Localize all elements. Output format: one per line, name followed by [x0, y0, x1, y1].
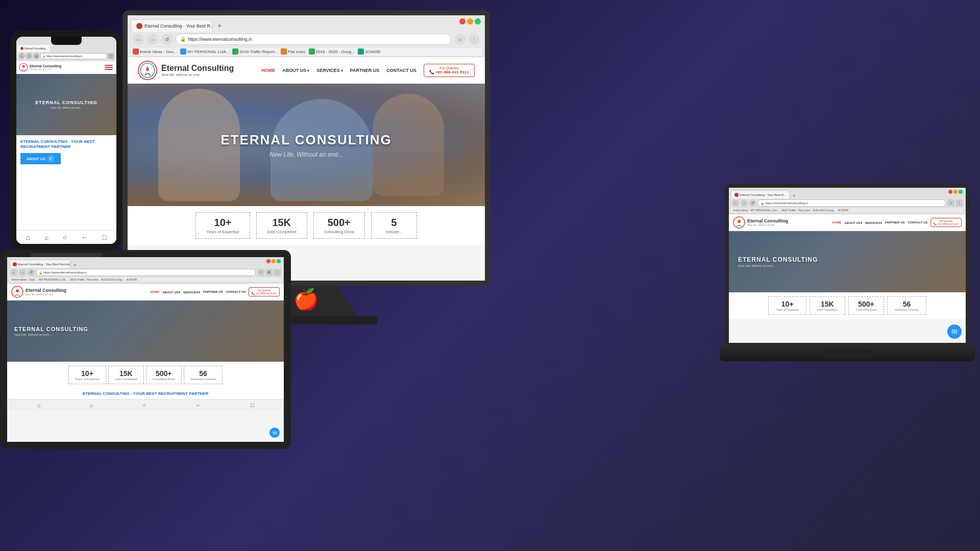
- laptop-max[interactable]: [959, 190, 963, 194]
- bookmark-btn[interactable]: ☆: [454, 34, 465, 45]
- phone-cta[interactable]: For Queries 📞 +91-988-411-5111: [424, 64, 475, 77]
- stat-consulting: 500+ Consulting Done: [313, 212, 365, 239]
- bookmark-4[interactable]: Flat icons: [281, 48, 305, 55]
- tablet-cta[interactable]: For Queries 📞 +91-988-411-5111: [249, 287, 280, 296]
- laptop-nav-services[interactable]: SERVICES▾: [865, 221, 882, 224]
- laptop-bm-4[interactable]: Flat icons: [798, 209, 811, 212]
- tablet-bm-1[interactable]: Article Ideas - Goo...: [11, 278, 37, 281]
- reload-btn[interactable]: ↺: [161, 34, 173, 45]
- tablet-search-icon[interactable]: ⌕: [90, 402, 93, 408]
- win-min-btn[interactable]: [467, 18, 473, 24]
- laptop-back[interactable]: ←: [732, 199, 739, 207]
- laptop-bm-2[interactable]: MY PERSONAL LOA...: [750, 209, 779, 212]
- nav-partner[interactable]: PARTNER US: [350, 68, 380, 73]
- bookmark-1[interactable]: Article Ideas - Goo...: [133, 48, 177, 55]
- tablet-nav-about[interactable]: ABOUT US▾: [162, 290, 180, 294]
- bookmark-5[interactable]: 2019 - 2020 - Goog...: [309, 48, 355, 55]
- tablet-back-icon[interactable]: ←: [195, 402, 201, 408]
- phone-menu-icon[interactable]: □: [103, 233, 107, 241]
- tablet-new-tab[interactable]: +: [71, 262, 79, 268]
- tablet-home-icon[interactable]: ⌂: [37, 402, 40, 408]
- laptop-reload[interactable]: ↺: [749, 199, 756, 207]
- tablet-ext[interactable]: ⊞: [265, 269, 273, 276]
- tablet-circle-btn[interactable]: ○: [143, 402, 146, 408]
- tablet-nav-contact[interactable]: CONTACT US: [226, 290, 246, 293]
- tablet-bm-4[interactable]: Flat icons: [87, 278, 99, 281]
- phone-about-btn[interactable]: ABOUT US ✓: [20, 153, 61, 164]
- laptop-win-controls[interactable]: [948, 190, 963, 194]
- laptop-nav-partner[interactable]: PARTNER US: [885, 221, 905, 224]
- tablet-back[interactable]: ←: [10, 269, 17, 276]
- tablet-tab[interactable]: Eternal Consulting - Your Best Recruitin…: [9, 260, 70, 268]
- laptop-min[interactable]: [953, 190, 958, 194]
- phone-search-icon[interactable]: ⌕: [44, 233, 48, 241]
- phone-back-icon[interactable]: ←: [81, 233, 88, 241]
- tablet-win-controls[interactable]: [266, 259, 281, 263]
- laptop-bm-5[interactable]: 2019-2020 Goog...: [812, 209, 836, 212]
- phone-back[interactable]: ←: [19, 53, 25, 59]
- phone-hamburger[interactable]: [104, 63, 114, 71]
- phone-menu-btn[interactable]: ⋮: [108, 53, 114, 59]
- laptop-chat-btn[interactable]: ✉: [947, 324, 962, 339]
- laptop-new-tab[interactable]: +: [791, 193, 798, 198]
- laptop-cta[interactable]: For Queries 📞 +91-988-411-5111: [930, 218, 962, 227]
- browser-nav: ← → ↺ 🔒 https://www.eternalconsulting.in…: [131, 32, 482, 47]
- phone-tab[interactable]: Eternal Consulting...: [18, 45, 50, 52]
- phone-hero-title: ETERNAL CONSULTING: [35, 100, 97, 105]
- laptop-nav-contact[interactable]: CONTACT US: [908, 221, 927, 224]
- win-close-btn[interactable]: [459, 18, 465, 24]
- phone-circle-btn[interactable]: ○: [63, 233, 67, 241]
- nav-about[interactable]: ABOUT US: [282, 68, 309, 73]
- tablet-max[interactable]: [277, 259, 281, 263]
- laptop-address[interactable]: 🔒 https://www.eternalconsulting.in: [758, 199, 946, 207]
- laptop-bm-6[interactable]: JCW205: [838, 209, 848, 212]
- phone-reload[interactable]: ↺: [33, 53, 39, 59]
- tablet-min[interactable]: [272, 259, 276, 263]
- address-bar[interactable]: 🔒 https://www.eternalconsulting.in: [176, 34, 451, 45]
- monitor-win-controls[interactable]: [459, 18, 481, 24]
- laptop-hero-title: ETERNAL CONSULTING: [738, 256, 818, 263]
- phone-fwd[interactable]: →: [26, 53, 32, 59]
- tablet-close[interactable]: [266, 259, 271, 263]
- tablet-menu-icon[interactable]: □: [251, 402, 254, 408]
- nav-services[interactable]: SERVICES: [316, 68, 342, 73]
- extensions-btn[interactable]: ⋮: [469, 34, 480, 45]
- laptop-tab[interactable]: Eternal Consulting - Your Best R...: [731, 190, 790, 198]
- laptop-menu[interactable]: ⋮: [955, 199, 963, 207]
- tablet-nav-partner[interactable]: PARTNER US: [203, 290, 223, 293]
- forward-btn[interactable]: →: [147, 34, 158, 45]
- bookmark-2[interactable]: MY PERSONAL LOA...: [180, 48, 229, 55]
- tablet-bm-3[interactable]: 2019-Traffic: [70, 278, 85, 281]
- laptop-star[interactable]: ☆: [947, 199, 954, 207]
- tablet-bm-5[interactable]: 2019-2020 Goog...: [101, 278, 124, 281]
- tablet-nav-services[interactable]: SERVICES▾: [183, 290, 200, 294]
- bookmark-3[interactable]: 2019-Traffic Report...: [232, 48, 278, 55]
- back-btn[interactable]: ←: [133, 34, 144, 45]
- laptop-bm-3[interactable]: 2019-Traffic: [781, 209, 796, 212]
- laptop-stat-num-3: 500+: [858, 300, 874, 308]
- tablet-stat-2: 15K Jobs Completed: [108, 366, 143, 384]
- phone-home-icon[interactable]: ⌂: [26, 233, 30, 241]
- tablet-nav-home[interactable]: HOME: [150, 290, 159, 293]
- bookmark-6[interactable]: JCW205: [358, 48, 381, 55]
- new-tab-btn[interactable]: +: [213, 19, 226, 32]
- tablet-fwd[interactable]: →: [19, 269, 26, 276]
- laptop-bm-1[interactable]: Article Ideas: [733, 209, 748, 212]
- laptop-nav-home[interactable]: HOME: [832, 221, 841, 224]
- laptop-fwd[interactable]: →: [741, 199, 748, 207]
- tablet-reload[interactable]: ↺: [28, 269, 35, 276]
- tablet-chat-btn[interactable]: ✉: [270, 428, 280, 438]
- nav-contact[interactable]: CONTACT US: [386, 68, 416, 73]
- tablet-star[interactable]: ☆: [257, 269, 264, 276]
- tablet-menu[interactable]: ⋮: [274, 269, 281, 276]
- nav-home[interactable]: HOME: [261, 68, 275, 73]
- tablet-bottom-bar[interactable]: ⌂ ⌕ ○ ← □: [7, 399, 284, 410]
- win-max-btn[interactable]: [475, 18, 481, 24]
- tablet-address[interactable]: 🔒 https://www.eternalconsulting.in: [36, 269, 256, 276]
- laptop-nav-about[interactable]: ABOUT US▾: [844, 221, 862, 224]
- browser-tab-active[interactable]: Eternal Consulting - Your Best R...: [131, 19, 212, 32]
- phone-address[interactable]: 🔒 https://www.eternalconsulting.in: [40, 53, 107, 59]
- tablet-bm-6[interactable]: JCW205: [126, 278, 137, 281]
- laptop-close[interactable]: [948, 190, 952, 194]
- tablet-bm-2[interactable]: MY PERSONAL LOA...: [39, 278, 68, 281]
